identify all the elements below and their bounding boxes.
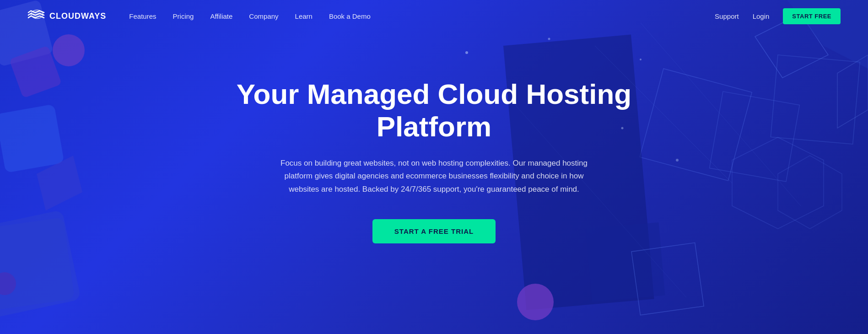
hero-title: Your Managed Cloud Hosting Platform	[228, 78, 640, 143]
hero-subtitle: Focus on building great websites, not on…	[274, 157, 594, 197]
logo[interactable]: CLOUDWAYS	[27, 9, 106, 23]
svg-point-28	[31, 10, 43, 19]
nav-support-link[interactable]: Support	[715, 12, 739, 20]
logo-icon	[27, 9, 46, 23]
nav-item-learn[interactable]: Learn	[295, 12, 313, 20]
hero-section: CLOUDWAYS Features Pricing Affiliate Com…	[0, 0, 868, 334]
nav-links: Features Pricing Affiliate Company Learn…	[129, 12, 715, 20]
free-trial-button[interactable]: START A FREE TRIAL	[372, 219, 496, 243]
nav-item-book-demo[interactable]: Book a Demo	[329, 12, 371, 20]
nav-login-link[interactable]: Login	[753, 12, 770, 20]
nav-item-features[interactable]: Features	[129, 12, 156, 20]
svg-point-20	[517, 284, 554, 320]
start-free-button[interactable]: START FREE	[783, 8, 841, 24]
nav-item-affiliate[interactable]: Affiliate	[210, 12, 232, 20]
navbar: CLOUDWAYS Features Pricing Affiliate Com…	[0, 0, 868, 32]
logo-text: CLOUDWAYS	[49, 11, 106, 21]
nav-item-pricing[interactable]: Pricing	[173, 12, 194, 20]
svg-point-16	[548, 38, 550, 40]
nav-item-company[interactable]: Company	[249, 12, 278, 20]
hero-content: Your Managed Cloud Hosting Platform Focu…	[0, 50, 868, 243]
nav-right: Support Login START FREE	[715, 8, 841, 24]
